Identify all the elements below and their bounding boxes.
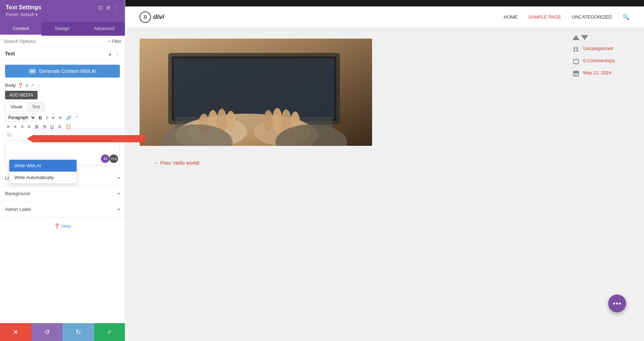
panel-body: Text ▲ ⋮ AI Generate Content With AI Bod… [0,47,125,323]
blockquote-button[interactable]: " [74,114,79,122]
fab-button[interactable]: ••• [608,295,626,312]
admin-label-section-header[interactable]: Admin Label ▾ [0,202,125,217]
admin-chevron-icon: ▾ [118,207,120,212]
editor-toolbar-1: Paragraph B I ≡ ≡ 🔗 " [5,114,120,122]
tab-design[interactable]: Design [42,22,83,36]
select-icon[interactable]: ↗ [31,83,34,88]
close-button[interactable]: ✕ [0,323,31,341]
fab-dots: ••• [613,300,621,308]
arrow-up-icon[interactable] [572,35,580,40]
link-button[interactable]: 🔗 [64,114,73,122]
sidebar-comments-row: 0 Comments(s) [572,58,637,65]
responsive-icon[interactable]: ⊡ [98,5,103,10]
logo-circle: D [140,11,151,23]
right-sidebar: Uncategorized 0 Comments(s) [572,28,644,341]
expand-editor-icon[interactable]: ⟺ [109,154,118,163]
generate-content-button[interactable]: AI Generate Content With AI [5,65,120,78]
text-section-header[interactable]: Text ▲ ⋮ [0,47,125,60]
top-bar [125,0,644,6]
help-section: ❓ Help [0,217,125,234]
grid-view-icon[interactable]: ⊞ [106,5,111,10]
ai-editor-icon[interactable]: AI [101,154,109,163]
text-section: Text ▲ ⋮ AI Generate Content With AI Bod… [0,47,125,170]
background-section: Background ▾ [0,186,125,202]
help-circle-icon[interactable]: ❓ [18,83,23,88]
search-bar: + Filter [0,36,125,47]
footer-nav: ← Prev: Hello world! [140,153,558,177]
text-section-title: Text [5,51,15,56]
svg-point-14 [226,111,235,132]
help-link[interactable]: ❓ Help [6,223,119,229]
panel-tabs: Content Design Advanced [0,22,125,36]
generate-btn-label: Generate Content With AI [39,68,96,74]
body-label-row: Body ❓ ⧉ ↗ ⋮ [5,83,120,88]
more-options-icon[interactable]: ⋮ [114,5,119,10]
logo-text: divi [153,13,164,21]
nav-sample-page[interactable]: SAMPLE PAGE [528,14,561,20]
copy-icon[interactable]: ⧉ [25,83,29,88]
hero-svg [140,39,372,146]
svg-point-15 [264,110,273,132]
section-more-icon[interactable]: ⋮ [115,51,120,56]
grid-icon [572,46,580,53]
align-center-button[interactable]: ≡ [12,123,19,130]
collapse-icon[interactable]: ▲ [108,51,112,56]
sidebar-comments[interactable]: 0 Comments(s) [583,58,615,63]
svg-point-16 [272,108,282,132]
align-justify-button[interactable]: ≡ [26,123,33,130]
ordered-list-button[interactable]: ≡ [57,114,64,122]
help-label: Help [61,223,71,229]
left-panel: Text Settings ⊡ ⊞ ⋮ Preset: Default ▾ Co… [0,0,125,341]
prev-link[interactable]: ← Prev: Hello world! [154,160,200,166]
paragraph-select[interactable]: Paragraph [5,114,36,122]
strikethrough-button[interactable]: S [41,123,48,130]
sidebar-date-row: May 21, 2024 [572,70,637,77]
background-section-header[interactable]: Background ▾ [0,186,125,201]
admin-label-label: Admin Label [5,207,31,212]
admin-label-section: Admin Label ▾ [0,202,125,217]
background-label: Background [5,191,30,196]
editor-tabs: Visual Text [5,102,45,112]
tab-content[interactable]: Content [0,22,42,36]
text-section-content: AI Generate Content With AI Body ❓ ⧉ ↗ ⋮… [0,60,125,170]
bold-button[interactable]: B [37,114,44,122]
align-left-button[interactable]: ≡ [5,123,11,130]
undo-button[interactable]: ↺ [31,323,63,341]
underline-button[interactable]: U [49,123,55,130]
italic-button[interactable]: I [44,114,49,122]
redo-button[interactable]: ↻ [63,323,94,341]
visual-tab[interactable]: Visual [5,103,27,111]
arrow-down-icon[interactable] [581,35,588,40]
align-right-button[interactable]: ≡ [19,123,25,130]
write-automatically-item[interactable]: Write Automatically [9,172,77,183]
nav-links: HOME SAMPLE PAGE UNCATEGORIZED 🔍 [504,14,630,20]
search-icon[interactable]: 🔍 [623,14,630,20]
editor-area[interactable]: AI ⟺ Write With AI Write Automatically [5,140,120,165]
unordered-list-button[interactable]: ≡ [50,114,57,122]
right-content: D divi HOME SAMPLE PAGE UNCATEGORIZED 🔍 [125,0,644,341]
paste-button[interactable]: 📋 [64,123,73,130]
save-button[interactable]: ✓ [94,323,126,341]
filter-button[interactable]: + Filter [108,39,121,44]
tab-advanced[interactable]: Advanced [83,22,125,36]
more-body-icon[interactable]: ⋮ [36,83,41,88]
ai-badge: AI [29,69,36,74]
nav-home[interactable]: HOME [504,14,518,20]
editor-toolbar-3: Tx [5,132,120,139]
write-with-ai-item[interactable]: Write With AI [9,160,77,172]
text-tab[interactable]: Text [27,103,45,111]
sidebar-date[interactable]: May 21, 2024 [583,70,611,75]
sidebar-uncategorized[interactable]: Uncategorized [583,46,613,51]
format-button[interactable]: Tx [5,132,13,139]
hero-image [140,39,372,146]
nav-uncategorized[interactable]: UNCATEGORIZED [572,14,612,20]
text-color-button[interactable]: A [56,123,63,130]
svg-rect-3 [174,58,335,119]
sidebar-uncategorized-row: Uncategorized [572,46,637,53]
panel-preset[interactable]: Preset: Default ▾ [6,12,119,17]
add-media-button[interactable]: ADD MEDIA [5,91,38,99]
table-button[interactable]: ⊞ [33,123,40,130]
panel-header: Text Settings ⊡ ⊞ ⋮ Preset: Default ▾ [0,0,125,22]
search-input[interactable] [4,39,108,44]
ai-dropdown: Write With AI Write Automatically [9,159,77,184]
